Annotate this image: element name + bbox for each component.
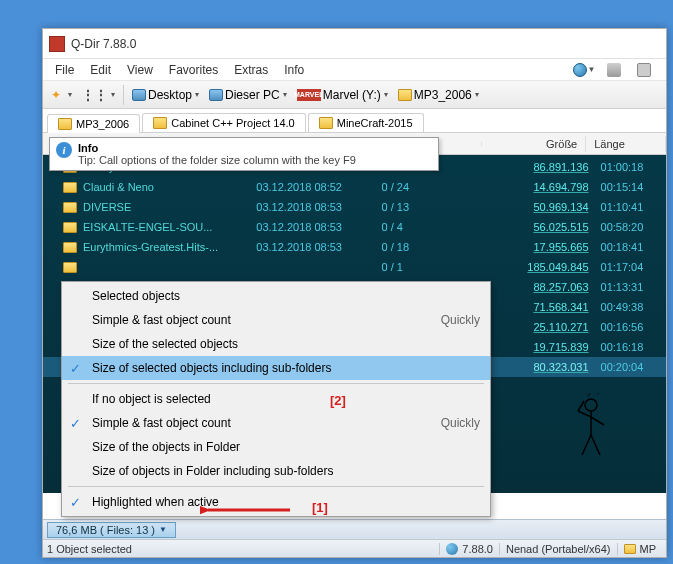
globe-icon bbox=[446, 543, 458, 555]
info-body: Tip: Call options of the folder size col… bbox=[56, 154, 432, 166]
svg-line-4 bbox=[591, 417, 604, 425]
svg-line-2 bbox=[578, 411, 591, 417]
tab-cabinet[interactable]: Cabinet C++ Project 14.0 bbox=[142, 113, 306, 132]
cell-size: 86.891.136 bbox=[487, 161, 588, 173]
bottom-bar: 1 Object selected 7.88.0 Nenad (Portabel… bbox=[43, 539, 666, 557]
col-length-header[interactable]: Länge bbox=[586, 136, 666, 152]
menu-item-label: Size of the objects in Folder bbox=[92, 440, 240, 454]
cell-name: DIVERSE bbox=[83, 201, 256, 213]
status-user: Nenad (Portabel/x64) bbox=[499, 543, 617, 555]
svg-text:?: ? bbox=[586, 393, 591, 399]
cell-length: 00:20:04 bbox=[589, 361, 666, 373]
info-tooltip: i Info Tip: Call options of the folder s… bbox=[49, 137, 439, 171]
menu-item-shortcut: Quickly bbox=[441, 313, 480, 327]
menu-item-label: Selected objects bbox=[92, 289, 180, 303]
cell-size: 185.049.845 bbox=[487, 261, 588, 273]
toolbar-dieser-pc[interactable]: Dieser PC▾ bbox=[205, 86, 291, 104]
cell-length: 00:58:20 bbox=[589, 221, 666, 233]
toolbar-marvel[interactable]: MARVELMarvel (Y:)▾ bbox=[293, 86, 392, 104]
recycle-icon bbox=[607, 63, 621, 77]
folder-icon bbox=[63, 222, 77, 233]
cell-length: 00:18:41 bbox=[589, 241, 666, 253]
cell-date: 03.12.2018 08:53 bbox=[256, 221, 381, 233]
menu-item[interactable]: If no object is selected bbox=[62, 387, 490, 411]
cell-length: 01:17:04 bbox=[589, 261, 666, 273]
cell-length: 00:49:38 bbox=[589, 301, 666, 313]
menu-item[interactable]: Size of the objects in Folder bbox=[62, 435, 490, 459]
menu-item[interactable]: ✓Highlighted when active bbox=[62, 490, 490, 514]
cell-ratio: 0 / 1 bbox=[382, 261, 488, 273]
menu-item-label: Size of the selected objects bbox=[92, 337, 238, 351]
menu-info[interactable]: Info bbox=[276, 61, 312, 79]
pc-icon bbox=[209, 89, 223, 101]
menu-item[interactable]: ✓Size of selected objects including sub-… bbox=[62, 356, 490, 380]
info-icon: i bbox=[56, 142, 72, 158]
cell-date: 03.12.2018 08:53 bbox=[256, 201, 381, 213]
status-bar: 76,6 MB ( Files: 13 ) ▼ bbox=[43, 519, 666, 539]
menu-item-label: Simple & fast object count bbox=[92, 416, 231, 430]
menubar: File Edit View Favorites Extras Info ▼ bbox=[43, 59, 666, 81]
toolbar-wand[interactable]: ▾ bbox=[47, 86, 76, 104]
app-window: Q-Dir 7.88.0 File Edit View Favorites Ex… bbox=[42, 28, 667, 558]
menu-file[interactable]: File bbox=[47, 61, 82, 79]
menu-edit[interactable]: Edit bbox=[82, 61, 119, 79]
toolbar-desktop[interactable]: Desktop▾ bbox=[128, 86, 203, 104]
cell-ratio: 0 / 24 bbox=[382, 181, 488, 193]
cell-name: EISKALTE-ENGEL-SOU... bbox=[83, 221, 256, 233]
check-icon: ✓ bbox=[70, 361, 81, 376]
table-row[interactable]: 0 / 1185.049.84501:17:04 bbox=[43, 257, 666, 277]
window-title: Q-Dir 7.88.0 bbox=[71, 37, 136, 51]
chevron-down-icon: ▼ bbox=[159, 525, 167, 534]
menu-extras[interactable]: Extras bbox=[226, 61, 276, 79]
menu-separator bbox=[68, 486, 484, 487]
cell-size: 25.110.271 bbox=[487, 321, 588, 333]
svg-point-0 bbox=[585, 399, 597, 411]
status-mp: MP bbox=[617, 543, 663, 555]
folder-icon bbox=[63, 242, 77, 253]
toolbar-mp3-2006[interactable]: MP3_2006▾ bbox=[394, 86, 483, 104]
menu-item[interactable]: ✓Simple & fast object countQuickly bbox=[62, 411, 490, 435]
menu-item[interactable]: Selected objects bbox=[62, 284, 490, 308]
svg-line-6 bbox=[591, 435, 600, 455]
recycle-button[interactable] bbox=[602, 60, 626, 80]
cell-length: 01:13:31 bbox=[589, 281, 666, 293]
wand-icon bbox=[51, 88, 65, 102]
folder-icon bbox=[63, 182, 77, 193]
globe-dropdown[interactable]: ▼ bbox=[572, 60, 596, 80]
svg-line-5 bbox=[582, 435, 591, 455]
table-row[interactable]: Eurythmics-Greatest.Hits-...03.12.2018 0… bbox=[43, 237, 666, 257]
disk-button[interactable] bbox=[632, 60, 656, 80]
cell-size: 14.694.798 bbox=[487, 181, 588, 193]
cell-date: 03.12.2018 08:52 bbox=[256, 181, 381, 193]
status-size-button[interactable]: 76,6 MB ( Files: 13 ) ▼ bbox=[47, 522, 176, 538]
cell-length: 01:10:41 bbox=[589, 201, 666, 213]
tab-mp3-2006[interactable]: MP3_2006 bbox=[47, 114, 140, 133]
col-size-header[interactable]: Größe bbox=[482, 136, 587, 152]
cell-size: 56.025.515 bbox=[487, 221, 588, 233]
context-menu: Selected objectsSimple & fast object cou… bbox=[61, 281, 491, 517]
menu-item-label: Size of selected objects including sub-f… bbox=[92, 361, 331, 375]
toolbar-dots[interactable]: ⋮⋮▾ bbox=[78, 86, 119, 104]
folder-icon bbox=[319, 117, 333, 129]
table-row[interactable]: DIVERSE03.12.2018 08:530 / 1350.969.1340… bbox=[43, 197, 666, 217]
cell-length: 00:16:56 bbox=[589, 321, 666, 333]
table-row[interactable]: EISKALTE-ENGEL-SOU...03.12.2018 08:530 /… bbox=[43, 217, 666, 237]
folder-icon bbox=[63, 262, 77, 273]
cell-size: 17.955.665 bbox=[487, 241, 588, 253]
status-selection: 1 Object selected bbox=[47, 543, 132, 555]
folder-icon bbox=[58, 118, 72, 130]
menu-item-label: Size of objects in Folder including sub-… bbox=[92, 464, 333, 478]
menu-view[interactable]: View bbox=[119, 61, 161, 79]
tab-minecraft[interactable]: MineCraft-2015 bbox=[308, 113, 424, 132]
menu-item-label: Highlighted when active bbox=[92, 495, 219, 509]
menu-item-label: Simple & fast object count bbox=[92, 313, 231, 327]
svg-line-3 bbox=[578, 401, 584, 411]
menu-item[interactable]: Simple & fast object countQuickly bbox=[62, 308, 490, 332]
cell-length: 00:16:18 bbox=[589, 341, 666, 353]
menu-favorites[interactable]: Favorites bbox=[161, 61, 226, 79]
dots-icon: ⋮⋮ bbox=[82, 88, 108, 102]
menu-item[interactable]: Size of objects in Folder including sub-… bbox=[62, 459, 490, 483]
svg-text:?: ? bbox=[596, 393, 600, 396]
menu-item[interactable]: Size of the selected objects bbox=[62, 332, 490, 356]
table-row[interactable]: Claudi & Neno03.12.2018 08:520 / 2414.69… bbox=[43, 177, 666, 197]
